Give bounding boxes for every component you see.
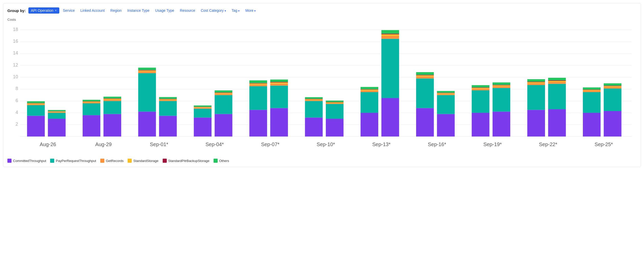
group-by-label: Group by: [7,8,26,13]
svg-rect-68 [249,86,267,110]
svg-text:Aug-26: Aug-26 [40,142,56,147]
svg-rect-116 [472,90,489,113]
svg-rect-39 [104,100,121,101]
svg-rect-143 [583,90,601,90]
svg-rect-135 [548,82,566,84]
legend-swatch-standard-storage [128,159,132,163]
svg-rect-111 [437,94,455,95]
svg-rect-47 [138,70,156,71]
filter-resource[interactable]: Resource [178,7,197,14]
svg-text:8: 8 [16,86,18,91]
svg-rect-51 [159,100,177,101]
svg-rect-41 [104,99,121,99]
svg-rect-73 [270,108,288,136]
svg-rect-139 [583,113,601,137]
svg-rect-109 [437,114,455,137]
svg-rect-62 [215,95,232,114]
svg-rect-87 [326,103,343,104]
svg-rect-54 [159,97,177,99]
filter-more[interactable]: More [243,7,258,14]
svg-rect-34 [83,102,100,102]
legend-swatch-pay-per-request [50,159,54,163]
svg-text:16: 16 [13,39,18,44]
svg-rect-37 [104,114,121,137]
svg-text:18: 18 [13,27,18,32]
legend-item-standard-pitr: StandardPitrBackupStorage [163,159,209,163]
legend-label-standard-pitr: StandardPitrBackupStorage [168,159,209,163]
svg-rect-99 [381,36,399,39]
main-container: Group by: API Operation × Service Linked… [3,3,641,167]
svg-rect-130 [527,82,545,83]
svg-rect-122 [493,88,510,112]
svg-rect-72 [249,80,267,83]
svg-rect-48 [138,68,156,70]
svg-rect-83 [305,99,323,99]
filter-instance-type[interactable]: Instance Type [125,7,152,14]
svg-rect-119 [472,88,489,88]
svg-rect-50 [159,101,177,116]
chart-wrapper: 24681012141618Aug-26Aug-29Sep-01*Sep-04*… [7,23,637,156]
legend-label-committed-throughput: CommittedThroughput [13,159,46,163]
svg-rect-76 [270,82,288,83]
svg-rect-26 [48,113,65,119]
filter-linked-account[interactable]: Linked Account [78,7,107,14]
svg-rect-28 [48,112,65,112]
svg-rect-19 [27,116,45,137]
legend-label-others: Others [219,159,229,163]
filter-region[interactable]: Region [108,7,124,14]
svg-rect-49 [159,116,177,137]
svg-rect-44 [138,73,156,112]
filter-usage-type[interactable]: Usage Type [153,7,176,14]
svg-text:Aug-29: Aug-29 [95,142,112,147]
svg-rect-81 [305,100,323,101]
svg-rect-149 [604,85,621,86]
svg-rect-102 [381,30,399,34]
svg-rect-46 [138,70,156,71]
svg-rect-145 [604,111,621,137]
svg-rect-58 [194,107,212,107]
svg-rect-75 [270,83,288,85]
svg-rect-77 [270,82,288,82]
svg-rect-22 [27,103,45,104]
svg-rect-117 [472,89,489,90]
svg-rect-82 [305,99,323,100]
svg-rect-138 [548,78,566,80]
active-filter-button[interactable]: API Operation × [28,7,59,14]
svg-rect-78 [270,80,288,82]
svg-rect-95 [361,89,378,90]
svg-rect-21 [27,104,45,105]
filter-cost-category[interactable]: Cost Category [199,7,228,14]
legend-label-standard-storage: StandardStorage [133,159,158,163]
svg-rect-112 [437,93,455,94]
close-icon[interactable]: × [55,9,57,12]
svg-rect-45 [138,71,156,73]
svg-text:Sep-13*: Sep-13* [372,142,391,147]
svg-rect-89 [326,102,343,102]
svg-rect-57 [194,108,212,109]
svg-rect-104 [416,79,434,108]
svg-rect-56 [194,109,212,118]
svg-rect-42 [104,97,121,99]
svg-rect-74 [270,85,288,108]
legend-swatch-others [214,159,218,163]
svg-rect-115 [472,113,489,137]
svg-rect-133 [548,109,566,136]
svg-rect-150 [604,83,621,86]
svg-rect-85 [326,119,343,136]
svg-rect-94 [361,90,378,90]
filter-tag[interactable]: Tag [230,7,242,14]
filter-service[interactable]: Service [61,7,77,14]
toolbar: Group by: API Operation × Service Linked… [7,7,637,14]
svg-rect-24 [27,101,45,103]
svg-rect-64 [215,93,232,94]
svg-rect-66 [215,90,232,92]
svg-rect-127 [527,110,545,136]
svg-rect-114 [437,91,455,93]
legend-swatch-standard-pitr [163,159,167,163]
svg-rect-23 [27,103,45,103]
svg-rect-124 [493,85,510,86]
svg-rect-52 [159,99,177,100]
svg-text:14: 14 [13,50,18,56]
svg-text:Sep-19*: Sep-19* [483,142,502,147]
svg-rect-118 [472,88,489,89]
